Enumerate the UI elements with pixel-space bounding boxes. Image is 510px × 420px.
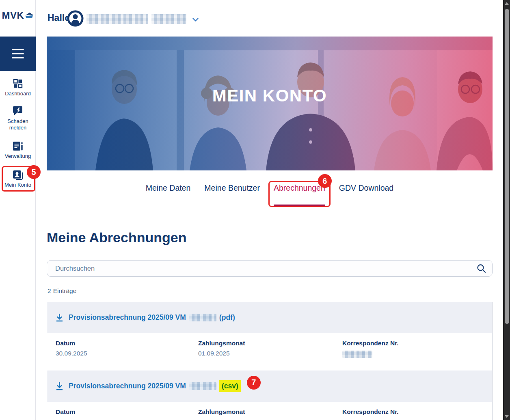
sidebar: MVK Dashboard Schaden melden <box>0 0 36 420</box>
field-datum: Datum 30.09.2025 <box>56 340 87 357</box>
user-name-redacted-2 <box>151 14 186 24</box>
field-korrespondenz: Korrespondenz Nr. <box>342 340 399 358</box>
download-icon <box>56 382 63 390</box>
hamburger-icon <box>12 49 24 50</box>
abrechnungen-list: Provisionsabrechnung 2025/09 VM (pdf) Da… <box>47 302 493 420</box>
field-zahlungsmonat: Zahlungsmonat <box>198 408 245 416</box>
sidebar-item-label: Verwaltung <box>5 153 31 159</box>
scroll-up-icon <box>505 2 509 5</box>
scrollbar[interactable] <box>503 0 510 420</box>
user-name-redacted <box>86 14 148 24</box>
search-bar <box>47 260 493 277</box>
contact-card-icon <box>13 170 23 180</box>
sidebar-item-schaden-melden[interactable]: Schaden melden <box>0 106 36 131</box>
annotation-badge-7: 7 <box>247 376 261 390</box>
item-title: Provisionsabrechnung 2025/09 VM <box>69 313 186 322</box>
list-item-csv-download[interactable]: Provisionsabrechnung 2025/09 VM (csv) 7 <box>47 370 492 402</box>
hero-image: MEIN KONTO <box>47 37 493 170</box>
vm-number-redacted <box>189 382 216 390</box>
file-type-csv-highlighted: (csv) <box>219 380 241 392</box>
tab-abrechnungen[interactable]: Abrechnungen 6 <box>274 179 325 206</box>
user-menu[interactable] <box>67 10 84 28</box>
list-item-details: Datum Zahlungsmonat Korrespondenz Nr. <box>47 402 492 420</box>
file-type-pdf: (pdf) <box>219 313 235 322</box>
tab-meine-daten[interactable]: Meine Daten <box>146 179 191 206</box>
person-circle-icon <box>67 10 84 27</box>
grid-icon <box>13 79 23 88</box>
scroll-down-button[interactable] <box>504 413 510 420</box>
search-icon[interactable] <box>477 264 486 275</box>
download-icon <box>56 313 63 322</box>
tab-meine-benutzer[interactable]: Meine Benutzer <box>204 179 260 206</box>
scroll-down-icon <box>505 415 509 418</box>
search-input[interactable] <box>47 260 493 277</box>
sidebar-item-label: Dashboard <box>5 90 31 97</box>
sidebar-item-label: Schaden melden <box>4 118 32 131</box>
list-item-pdf-download[interactable]: Provisionsabrechnung 2025/09 VM (pdf) <box>47 302 492 333</box>
menu-toggle[interactable] <box>0 37 36 71</box>
list-item-details: Datum 30.09.2025 Zahlungsmonat 01.09.202… <box>47 333 492 370</box>
korrespondenz-nr-redacted <box>342 351 372 358</box>
entries-number: 2 <box>48 287 51 294</box>
sidebar-item-label: Mein Konto <box>4 182 31 188</box>
field-korrespondenz: Korrespondenz Nr. <box>342 408 399 416</box>
logo-flag-icon <box>24 12 34 19</box>
vm-number-redacted <box>189 314 216 321</box>
page-title: Meine Abrechnungen <box>47 230 186 246</box>
sidebar-item-dashboard[interactable]: Dashboard <box>0 79 36 97</box>
tabs-bar: Meine Daten Meine Benutzer Abrechnungen … <box>47 179 493 206</box>
sidebar-item-verwaltung[interactable]: Verwaltung <box>0 141 36 159</box>
document-info-icon <box>13 141 23 151</box>
logo-text: MVK <box>2 10 24 21</box>
scrollbar-thumb[interactable] <box>505 9 509 324</box>
entries-label: Einträge <box>53 287 77 294</box>
field-datum: Datum <box>56 408 75 416</box>
hero-title: MEIN KONTO <box>47 86 493 106</box>
app-logo[interactable]: MVK <box>0 10 36 21</box>
annotation-badge-5: 5 <box>27 165 41 179</box>
page: MVK Dashboard Schaden melden <box>0 0 510 420</box>
chevron-down-icon <box>192 18 199 22</box>
scroll-up-button[interactable] <box>504 0 510 7</box>
field-zahlungsmonat: Zahlungsmonat 01.09.2025 <box>198 340 245 357</box>
chat-lightning-icon <box>13 106 23 116</box>
item-title: Provisionsabrechnung 2025/09 VM <box>69 382 186 390</box>
tab-label: Abrechnungen <box>274 183 325 192</box>
entries-count: 2Einträge <box>48 287 78 295</box>
tab-gdv-download[interactable]: GDV Download <box>339 179 393 206</box>
user-menu-chevron[interactable] <box>192 16 199 24</box>
